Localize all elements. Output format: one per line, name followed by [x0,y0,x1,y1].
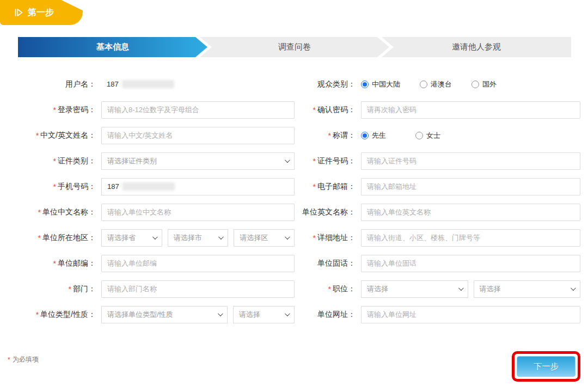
field-label: 登录密码： [58,105,96,115]
registration-page: { "step_badge": { "label": "第一步" }, "pro… [0,0,588,392]
id-number-input[interactable] [361,152,580,170]
required-marker: * [69,285,71,293]
required-marker: * [313,234,316,242]
required-marker: * [328,285,331,293]
row-postcode: *单位邮编： [8,250,295,276]
chevron-down-icon [218,311,223,316]
company-phone-input[interactable] [361,255,580,272]
required-marker: * [36,131,39,140]
select-value: 请选择 [480,284,501,294]
login-password-input[interactable] [101,101,295,119]
company-website-input[interactable] [361,306,580,323]
field-label: 单位所在地区： [42,233,96,243]
field-label: 单位固话： [317,259,356,268]
row-company-region: *单位所在地区： 请选择省 请选择市 请选择区 [8,225,295,250]
required-marker: * [328,131,331,140]
radio-icon[interactable] [471,81,479,88]
radio-label: 国外 [482,79,497,89]
row-id-number: *证件号码： [295,148,580,174]
radio-mainland-china[interactable]: 中国大陆 [361,79,400,89]
required-marker: * [8,356,10,364]
required-marker: * [38,234,41,242]
row-mobile: *手机号码： 187 [8,174,295,199]
radio-overseas[interactable]: 国外 [471,79,497,89]
progress-step-label: 基本信息 [96,42,129,52]
position-select-2[interactable]: 请选择 [474,280,581,298]
radio-ms[interactable]: 女士 [415,131,440,140]
required-marker: * [53,106,56,114]
radio-icon[interactable] [420,81,427,88]
step-badge: 第一步 [0,0,83,25]
required-note-text: 为必填项 [13,355,39,364]
chevron-down-icon [285,234,290,240]
field-label: 职位： [333,284,356,294]
select-value: 请选择 [239,310,260,320]
company-nature-select[interactable]: 请选择 [233,306,295,323]
name-input[interactable] [101,127,295,144]
province-select[interactable]: 请选择省 [101,229,162,247]
radio-icon[interactable] [361,81,369,88]
department-input[interactable] [101,280,295,298]
chevron-down-icon [152,234,158,240]
field-label: 单位网址： [317,310,356,320]
required-marker: * [53,182,56,191]
company-cn-input[interactable] [101,204,295,221]
radio-mr[interactable]: 先生 [361,131,386,140]
registration-form: 用户名： 187 观众类别： 中国大陆 港澳台 国外 *登录密码 [8,71,580,327]
field-label: 详细地址： [317,233,356,243]
field-label: 部门： [73,284,96,294]
play-icon [14,8,23,17]
company-en-input[interactable] [361,204,580,221]
required-fields-note: * 为必填项 [8,355,39,364]
select-value: 请选择市 [174,233,202,243]
field-label: 确认密码： [317,105,356,115]
id-type-select[interactable]: 请选择证件类别 [101,152,295,170]
mobile-input[interactable]: 187 [101,178,295,195]
radio-icon[interactable] [361,132,369,139]
row-email: *电子邮箱： [295,174,580,199]
required-marker: * [53,157,56,166]
field-label: 观众类别： [317,79,356,89]
chevron-down-icon [285,311,290,316]
mobile-value: 187 [107,182,119,191]
next-step-button[interactable]: 下一步 [517,356,575,377]
field-label: 电子邮箱： [317,182,356,192]
step-badge-label: 第一步 [28,7,54,19]
row-login-password: *登录密码： [8,97,295,122]
radio-hk-macao-taiwan[interactable]: 港澳台 [420,79,452,89]
row-name: *中文/英文姓名： [8,122,295,148]
radio-label: 港澳台 [431,79,452,89]
radio-label: 女士 [426,131,440,140]
row-company-cn: *单位中文名称： [8,199,295,225]
row-position: *职位： 请选择 请选择 [295,276,580,302]
redacted-username [122,80,174,88]
select-value: 请选择省 [107,233,136,243]
row-visitor-type: 观众类别： 中国大陆 港澳台 国外 [295,71,580,97]
postcode-input[interactable] [101,255,295,272]
row-address: *详细地址： [295,225,580,250]
chevron-down-icon [218,234,224,240]
field-label: 用户名： [65,79,96,89]
position-select-1[interactable]: 请选择 [361,280,468,298]
chevron-down-icon [571,285,576,291]
city-select[interactable]: 请选择市 [168,229,229,247]
progress-step-label: 邀请他人参观 [452,42,501,52]
required-marker: * [313,106,316,114]
radio-icon[interactable] [415,132,423,139]
select-value: 请选择证件类别 [107,156,157,166]
confirm-password-input[interactable] [361,101,580,119]
company-type-select[interactable]: 请选择单位类型/性质 [101,306,228,323]
email-input[interactable] [361,178,580,195]
district-select[interactable]: 请选择区 [234,229,295,247]
progress-step-label: 调查问卷 [278,42,311,52]
chevron-down-icon [285,157,290,163]
row-title: *称谓： 先生 女士 [295,122,580,148]
address-input[interactable] [361,229,580,247]
row-department: *部门： [8,276,295,302]
select-value: 请选择区 [240,233,268,243]
field-label: 中文/英文姓名： [40,131,96,140]
progress-bar: 基本信息 调查问卷 邀请他人参观 [18,37,571,57]
required-marker: * [313,182,316,191]
progress-step-invite: 邀请他人参观 [382,37,571,57]
redacted-mobile [122,182,175,191]
